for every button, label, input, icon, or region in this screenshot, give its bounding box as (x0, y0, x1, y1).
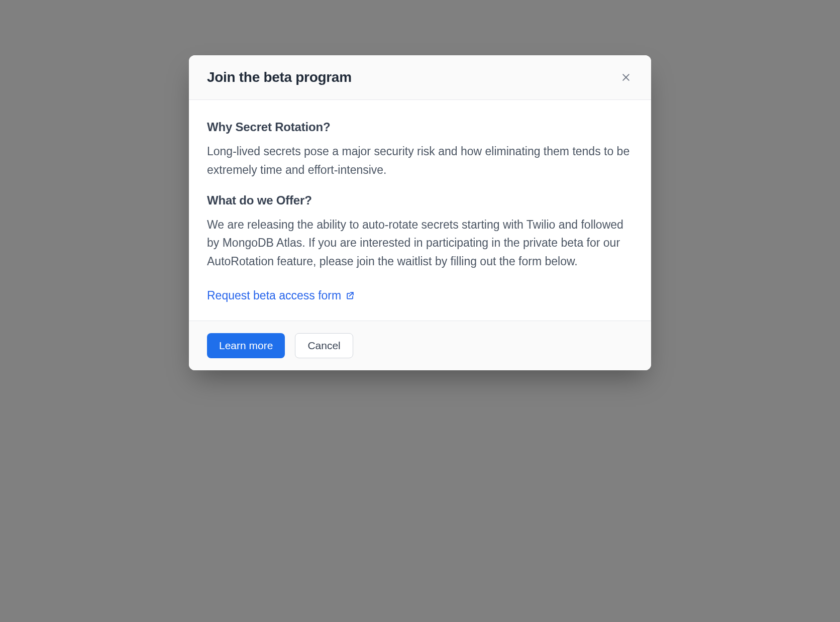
body-text-why: Long-lived secrets pose a major security… (207, 142, 633, 179)
close-button[interactable] (619, 70, 633, 84)
beta-program-modal: Join the beta program Why Secret Rotatio… (189, 55, 651, 370)
request-beta-access-link[interactable]: Request beta access form (207, 289, 355, 302)
modal-body: Why Secret Rotation? Long-lived secrets … (189, 100, 651, 321)
section-heading-offer: What do we Offer? (207, 193, 633, 208)
modal-title: Join the beta program (207, 69, 352, 85)
learn-more-button[interactable]: Learn more (207, 333, 285, 358)
body-text-offer: We are releasing the ability to auto-rot… (207, 216, 633, 271)
modal-header: Join the beta program (189, 55, 651, 100)
cancel-button[interactable]: Cancel (295, 333, 353, 358)
close-icon (621, 72, 631, 82)
modal-footer: Learn more Cancel (189, 321, 651, 370)
section-heading-why: Why Secret Rotation? (207, 120, 633, 134)
external-link-icon (345, 290, 355, 300)
beta-link-label: Request beta access form (207, 289, 341, 302)
